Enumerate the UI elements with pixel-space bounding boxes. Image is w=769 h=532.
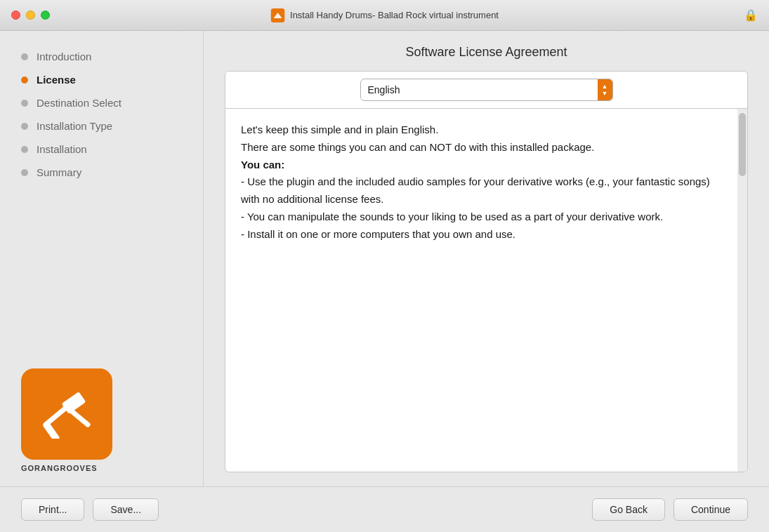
logo-icon: [35, 390, 98, 439]
scrollbar-thumb[interactable]: [739, 113, 746, 176]
maximize-button[interactable]: [41, 11, 50, 20]
license-para-5: - You can manipulate the sounds to your …: [241, 208, 722, 226]
print-button[interactable]: Print...: [21, 498, 84, 521]
sidebar-logo: GORANGROOVES: [21, 354, 203, 472]
sidebar-dot-introduction: [21, 53, 28, 60]
sidebar-item-license[interactable]: License: [21, 68, 203, 91]
language-stepper[interactable]: ▲ ▼: [598, 79, 612, 100]
language-bar: ▲ ▼: [225, 72, 747, 109]
sidebar-item-installation[interactable]: Installation: [21, 138, 203, 161]
license-text[interactable]: Let's keep this simple and in plain Engl…: [225, 109, 737, 472]
license-para-3: You can:: [241, 157, 722, 174]
arrow-down-icon: ▼: [602, 90, 608, 97]
sidebar-item-summary[interactable]: Summary: [21, 161, 203, 184]
language-selector[interactable]: ▲ ▼: [360, 79, 613, 101]
window-title: Install Handy Drums- Ballad Rock virtual…: [270, 8, 499, 22]
save-button[interactable]: Save...: [93, 498, 159, 521]
license-para-2: There are some things you can and can NO…: [241, 139, 722, 157]
license-para-1: Let's keep this simple and in plain Engl…: [241, 121, 722, 139]
go-back-button[interactable]: Go Back: [592, 498, 665, 521]
sidebar-dot-installation-type: [21, 123, 28, 130]
logo-box: [21, 368, 112, 460]
language-input[interactable]: [361, 81, 598, 99]
sidebar: Introduction License Destination Select …: [0, 31, 204, 486]
close-button[interactable]: [11, 11, 20, 20]
content-title: Software License Agreement: [225, 45, 748, 60]
logo-text: GORANGROOVES: [21, 464, 203, 472]
sidebar-item-installation-type[interactable]: Installation Type: [21, 114, 203, 138]
window-controls[interactable]: [11, 11, 50, 20]
license-para-4: - Use the plugin and the included audio …: [241, 173, 722, 208]
app-icon: [270, 8, 284, 22]
scrollbar-track[interactable]: [737, 109, 747, 472]
sidebar-dot-license: [21, 77, 28, 84]
license-para-6: - Install it on one or more computers th…: [241, 226, 722, 244]
license-scroll-area: Let's keep this simple and in plain Engl…: [225, 109, 747, 472]
sidebar-dot-destination-select: [21, 100, 28, 107]
bottom-bar: Print... Save... Go Back Continue: [0, 486, 769, 532]
sidebar-nav: Introduction License Destination Select …: [21, 45, 203, 354]
minimize-button[interactable]: [26, 11, 35, 20]
title-bar: Install Handy Drums- Ballad Rock virtual…: [0, 0, 769, 31]
license-container: ▲ ▼ Let's keep this simple and in plain …: [225, 71, 748, 472]
sidebar-item-introduction[interactable]: Introduction: [21, 45, 203, 68]
continue-button[interactable]: Continue: [673, 498, 748, 521]
bottom-bar-left-buttons: Print... Save...: [21, 498, 159, 521]
main-layout: Introduction License Destination Select …: [0, 31, 769, 486]
sidebar-dot-installation: [21, 146, 28, 153]
content-area: Software License Agreement ▲ ▼ Let's kee…: [204, 31, 769, 486]
lock-icon: 🔒: [744, 8, 758, 22]
sidebar-dot-summary: [21, 169, 28, 176]
sidebar-item-destination-select[interactable]: Destination Select: [21, 91, 203, 114]
arrow-up-icon: ▲: [602, 83, 608, 90]
